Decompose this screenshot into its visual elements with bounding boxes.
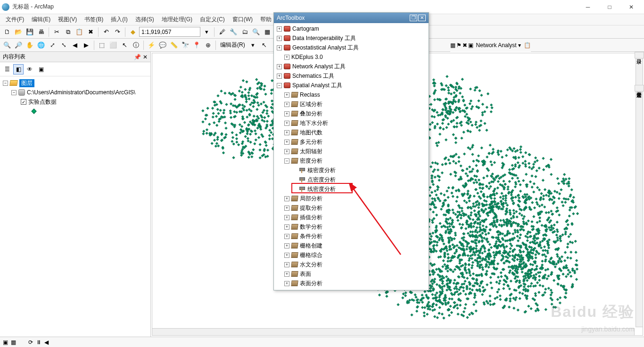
na-barrier-icon[interactable]: ✖ [462,42,467,49]
toc-pin-icon[interactable]: 📌 [134,54,141,60]
toolbox-row[interactable]: −密度分析 [275,156,428,165]
catalog-icon[interactable]: 🗂 [239,27,250,37]
collapse-icon[interactable]: − [277,83,282,88]
menu-help[interactable]: 帮助 [256,16,275,24]
expand-icon[interactable]: + [284,206,289,211]
toolbox-row[interactable]: +Schematics 工具 [275,71,428,81]
expand-icon[interactable]: + [284,121,289,126]
list-by-drawing-order-icon[interactable]: ☰ [2,64,12,74]
select-elements-icon[interactable]: ↖ [119,40,130,50]
expand-icon[interactable]: + [284,243,289,248]
scale-dropdown-icon[interactable]: ▾ [201,27,212,37]
fixed-zoom-in-icon[interactable]: ⤢ [47,40,58,50]
select-features-icon[interactable]: ⬚ [97,40,107,50]
edit-tool-icon[interactable]: ↖ [259,40,270,50]
menu-bookmarks[interactable]: 书签(B) [81,16,107,24]
paste-icon[interactable]: 📋 [74,27,84,37]
toolbox-row[interactable]: −Spatial Analyst 工具 [275,81,428,90]
toolbox-row[interactable]: +水文分析 [275,260,428,269]
na-flag-icon[interactable]: ⚑ [456,42,462,49]
minimize-button[interactable]: ─ [577,0,599,14]
layout-view-icon[interactable]: ▦ [11,339,16,346]
identify-icon[interactable]: ⓘ [131,40,141,50]
toolbox-row[interactable]: +Data Interoperability 工具 [275,33,428,43]
find-route-icon[interactable]: 📍 [191,40,202,50]
expand-icon[interactable]: + [277,74,282,79]
html-popup-icon[interactable]: 💬 [157,40,168,50]
arctoolbox-close-icon[interactable]: ✕ [418,15,426,21]
expand-icon[interactable]: + [284,215,289,220]
expand-icon[interactable]: + [284,102,289,107]
cut-icon[interactable]: ✂ [51,27,62,37]
list-by-visibility-icon[interactable]: 👁 [25,64,35,74]
tree-row[interactable]: − 图层 [2,78,149,88]
na-window-icon[interactable]: ▦ [450,42,455,49]
forward-icon[interactable]: ▶ [81,40,91,50]
pause-icon[interactable]: ⏸ [36,339,41,346]
expand-icon[interactable]: + [284,130,289,135]
save-icon[interactable]: 💾 [25,27,35,37]
toolbox-row[interactable]: +太阳辐射 [275,147,428,156]
collapse-icon[interactable]: − [3,81,8,86]
menu-view[interactable]: 视图(V) [54,16,81,24]
arctoolbox-titlebar[interactable]: ArcToolbox ❐ ✕ [274,13,429,23]
undo-icon[interactable]: ↶ [101,27,111,37]
toolbox-row[interactable]: +Network Analyst 工具 [275,62,428,71]
toolbox-row[interactable]: +KDEplus 3.0 [275,52,428,62]
toolbox-row[interactable]: +多元分析 [275,137,428,147]
search-icon[interactable]: 🔍 [251,27,261,37]
full-extent-icon[interactable]: 🌐 [36,40,46,50]
scale-input[interactable]: 1:1,919,057 [139,27,200,37]
expand-icon[interactable]: + [284,196,289,201]
expand-icon[interactable]: + [277,36,282,41]
list-by-source-icon[interactable]: ◧ [13,64,24,74]
menu-edit[interactable]: 编辑(E) [28,16,54,24]
expand-icon[interactable]: + [284,253,289,258]
goto-xy-icon[interactable]: ⊕ [203,40,213,50]
refresh-icon[interactable]: ⟳ [28,339,33,346]
fixed-zoom-out-icon[interactable]: ⤡ [58,40,69,50]
network-analyst-label[interactable]: Network Analyst ▾ [474,42,523,49]
collapse-icon[interactable]: − [11,90,17,95]
arctoolbox-restore-icon[interactable]: ❐ [410,15,417,21]
print-icon[interactable]: 🖶 [36,27,46,37]
editor-dropdown-icon[interactable]: ▾ [248,40,258,50]
expand-icon[interactable]: + [284,224,289,230]
menu-file[interactable]: 文件(F) [2,16,28,24]
collapse-icon[interactable]: − [284,158,289,164]
list-by-selection-icon[interactable]: ▣ [36,64,46,74]
menu-customize[interactable]: 自定义(C) [196,16,229,24]
measure-icon[interactable]: 📏 [169,40,179,50]
editor-menu[interactable]: 编辑器(R) [218,41,247,49]
expand-icon[interactable]: + [284,281,289,286]
menu-geoprocessing[interactable]: 地理处理(G) [158,16,196,24]
new-icon[interactable]: 🗋 [2,27,12,37]
tree-row[interactable]: ✓ 实验点数据 [2,97,149,107]
zoom-out-icon[interactable]: 🔎 [13,40,24,50]
expand-icon[interactable]: + [284,92,289,98]
open-icon[interactable]: 📂 [13,27,24,37]
map-scrollbar-horizontal[interactable] [152,328,635,336]
sidetab-create-features[interactable]: 创建要素 [635,85,644,91]
expand-icon[interactable]: + [277,26,282,32]
map-scrollbar-vertical[interactable] [636,53,643,327]
clear-selection-icon[interactable]: ⬜ [108,40,118,50]
expand-icon[interactable]: + [284,272,289,277]
expand-icon[interactable]: + [284,262,289,267]
menu-window[interactable]: 窗口(W) [229,16,256,24]
menu-selection[interactable]: 选择(S) [132,16,158,24]
zoom-in-icon[interactable]: 🔍 [2,40,12,50]
expand-icon[interactable]: + [277,64,282,69]
find-icon[interactable]: 🔭 [180,40,190,50]
toolbox-row[interactable]: +Geostatistical Analyst 工具 [275,43,428,52]
point-symbol-icon[interactable] [31,108,36,114]
copy-icon[interactable]: ⧉ [63,27,73,37]
data-view-icon[interactable]: ▣ [3,339,8,346]
toolbox-row[interactable]: +Cartogram [275,24,428,33]
expand-icon[interactable]: + [284,140,289,145]
toolbox-row[interactable]: +区域分析 [275,99,428,109]
expand-icon[interactable]: + [284,234,289,239]
back-icon[interactable]: ◀ [70,40,80,50]
python-icon[interactable]: ▦ [262,27,272,37]
toolbox-row[interactable]: +地下水分析 [275,118,428,128]
